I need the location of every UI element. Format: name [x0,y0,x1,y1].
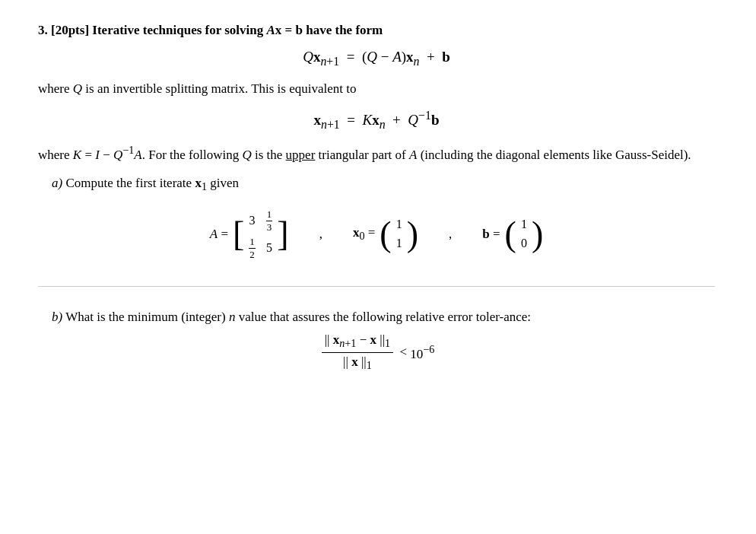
bracket-left-A: [ [233,217,244,252]
comma-1: , [319,227,322,242]
bracket-left-x0: ( [380,217,391,252]
matrix-row: A = [ 3 1 3 1 2 [38,205,715,263]
part-a-text: Compute the first iterate x1 given [65,176,239,190]
part-b-text: What is the minimum (integer) n value th… [65,310,531,324]
subscript-n-f2: n [380,118,386,131]
matrix-A-cells: 3 1 3 1 2 5 [244,205,277,263]
b-expr: b = ( 1 0 ) [482,214,543,255]
x0-label: x0 = [353,225,375,243]
part-b-formula: || xn+1 − x ||1 || x ||1 < 10−6 [38,332,715,372]
norm-sub-1-num: 1 [385,338,390,350]
x0-expr: x0 = ( 1 1 ) [353,214,418,255]
cell-b-1: 1 [521,217,527,233]
problem-header: 3. [20pts] Iterative techniques for solv… [38,23,715,38]
bracket-right-x0: ) [407,217,418,252]
bracket-left-b: ( [505,217,516,252]
cell-x0-2: 1 [396,236,402,252]
frac-denominator: || x ||1 [340,353,375,372]
norm-sub-1-den: 1 [367,359,372,371]
part-a-letter: a) [52,176,62,190]
where-q-text: where Q is an invertible splitting matri… [38,79,715,99]
problem-points: [20pts] [51,23,89,37]
ax-equals-b: A [266,23,275,37]
bracket-right-A: ] [277,217,288,252]
cell-b-2: 0 [521,236,527,252]
x0-bracket-group: ( 1 1 ) [380,214,418,255]
matrix-A-bracket-group: [ 3 1 3 1 2 5 [233,205,289,263]
where-k-text: where K = I − Q−1A. For the following Q … [38,142,715,164]
have-form: have the form [303,23,383,37]
separator [38,286,715,287]
less-than: < [396,345,410,360]
subscript-n1-f1: n+1 [320,55,339,68]
subscript-n1-b: n+1 [339,338,356,350]
cell-a21: 1 2 [249,236,256,260]
subscript-n-f1: n [414,55,420,68]
part-a-label: a) Compute the first iterate x1 given [52,176,715,193]
tolerance-value: 10−6 [410,343,434,362]
x0-cells: 1 1 [392,214,407,255]
cell-a11: 3 [249,213,256,229]
matrix-A-label: A = [210,227,228,242]
cell-x0-1: 1 [396,217,402,233]
part-b-section: b) What is the minimum (integer) n value… [38,310,715,372]
problem-header-text: Iterative techniques for solving [92,23,266,37]
b-bracket-group: ( 1 0 ) [505,214,544,255]
frac-numerator: || xn+1 − x ||1 [322,332,393,352]
formula-1: Qxn+1 = (Q − A)xn + b [38,49,715,68]
matrix-A-expr: A = [ 3 1 3 1 2 [210,205,289,263]
b-label: b = [482,227,500,242]
equals: = [281,23,295,37]
bold-b: b [296,23,303,37]
comma-2: , [449,227,452,242]
error-fraction: || xn+1 − x ||1 || x ||1 [322,332,393,372]
cell-a22: 5 [266,240,272,256]
part-b-letter: b) [52,310,62,324]
part-b-label: b) What is the minimum (integer) n value… [52,310,715,325]
sup-minus6: −6 [423,343,434,355]
cell-a12: 1 3 [266,208,273,233]
formula-2: xn+1 = Kxn + Q−1b [38,109,715,132]
superscript-minus1: −1 [418,109,431,122]
problem-number: 3. [38,23,48,37]
subscript-n1-f2: n+1 [321,118,340,131]
b-cells: 1 0 [516,214,532,255]
page-content: 3. [20pts] Iterative techniques for solv… [38,23,715,372]
bracket-right-b: ) [532,217,543,252]
